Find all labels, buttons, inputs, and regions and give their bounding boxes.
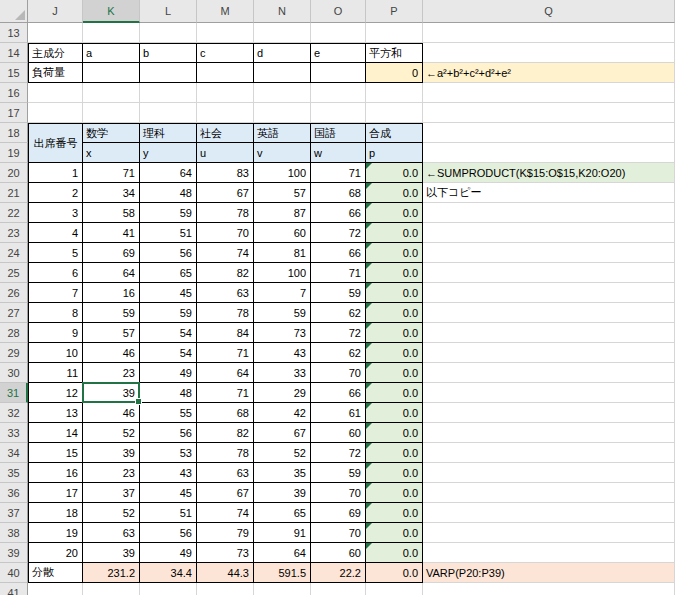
row-header-23[interactable]: 23 xyxy=(0,223,28,243)
cell-N13[interactable] xyxy=(254,23,311,43)
cell-P15[interactable]: 0 xyxy=(366,63,423,83)
cell-N27[interactable]: 59 xyxy=(254,303,311,323)
cell-N20[interactable]: 100 xyxy=(254,163,311,183)
cell-N17[interactable] xyxy=(254,103,311,123)
cell-O40[interactable]: 22.2 xyxy=(311,563,366,583)
cell-N25[interactable]: 100 xyxy=(254,263,311,283)
cell-O41[interactable] xyxy=(311,583,366,595)
row-header-37[interactable]: 37 xyxy=(0,503,28,523)
row-header-27[interactable]: 27 xyxy=(0,303,28,323)
col-header-L[interactable]: L xyxy=(140,0,197,23)
cell-L32[interactable]: 55 xyxy=(140,403,197,423)
cell-Q26[interactable] xyxy=(423,283,675,303)
cell-Q27[interactable] xyxy=(423,303,675,323)
cell-K17[interactable] xyxy=(83,103,140,123)
cell-L22[interactable]: 59 xyxy=(140,203,197,223)
row-header-15[interactable]: 15 xyxy=(0,63,28,83)
cell-P17[interactable] xyxy=(366,103,423,123)
cell-K16[interactable] xyxy=(83,83,140,103)
cell-L26[interactable]: 45 xyxy=(140,283,197,303)
cell-J26[interactable]: 7 xyxy=(28,283,83,303)
cell-K20[interactable]: 71 xyxy=(83,163,140,183)
cell-M18[interactable]: 社会 xyxy=(197,123,254,143)
cell-M14[interactable]: c xyxy=(197,43,254,63)
cell-P40[interactable]: 0.0 xyxy=(366,563,423,583)
row-header-39[interactable]: 39 xyxy=(0,543,28,563)
cell-M31[interactable]: 71 xyxy=(197,383,254,403)
cell-N15[interactable] xyxy=(254,63,311,83)
cell-J20[interactable]: 1 xyxy=(28,163,83,183)
cell-K34[interactable]: 39 xyxy=(83,443,140,463)
cell-N39[interactable]: 64 xyxy=(254,543,311,563)
cell-J32[interactable]: 13 xyxy=(28,403,83,423)
cell-J40[interactable]: 分散 xyxy=(28,563,83,583)
cell-N19[interactable]: v xyxy=(254,143,311,163)
col-header-M[interactable]: M xyxy=(197,0,254,23)
cell-M28[interactable]: 84 xyxy=(197,323,254,343)
cell-P39[interactable]: 0.0 xyxy=(366,543,423,563)
cell-P36[interactable]: 0.0 xyxy=(366,483,423,503)
cell-O24[interactable]: 66 xyxy=(311,243,366,263)
cell-P26[interactable]: 0.0 xyxy=(366,283,423,303)
cell-L29[interactable]: 54 xyxy=(140,343,197,363)
cell-M32[interactable]: 68 xyxy=(197,403,254,423)
cell-N36[interactable]: 39 xyxy=(254,483,311,503)
cell-O15[interactable] xyxy=(311,63,366,83)
cell-Q39[interactable] xyxy=(423,543,675,563)
cell-O33[interactable]: 60 xyxy=(311,423,366,443)
cell-N26[interactable]: 7 xyxy=(254,283,311,303)
cell-O20[interactable]: 71 xyxy=(311,163,366,183)
cell-M25[interactable]: 82 xyxy=(197,263,254,283)
cell-N23[interactable]: 60 xyxy=(254,223,311,243)
cell-L40[interactable]: 34.4 xyxy=(140,563,197,583)
cell-Q33[interactable] xyxy=(423,423,675,443)
cell-N31[interactable]: 29 xyxy=(254,383,311,403)
cell-M19[interactable]: u xyxy=(197,143,254,163)
cell-J34[interactable]: 15 xyxy=(28,443,83,463)
cell-K14[interactable]: a xyxy=(83,43,140,63)
formula-note-row-40[interactable]: VARP(P20:P39) xyxy=(423,563,675,583)
cell-L35[interactable]: 43 xyxy=(140,463,197,483)
cell-L39[interactable]: 49 xyxy=(140,543,197,563)
cell-P37[interactable]: 0.0 xyxy=(366,503,423,523)
cell-O25[interactable]: 71 xyxy=(311,263,366,283)
cell-K22[interactable]: 58 xyxy=(83,203,140,223)
cell-N21[interactable]: 57 xyxy=(254,183,311,203)
cell-Q17[interactable] xyxy=(423,103,675,123)
row-header-25[interactable]: 25 xyxy=(0,263,28,283)
row-header-36[interactable]: 36 xyxy=(0,483,28,503)
cell-N24[interactable]: 81 xyxy=(254,243,311,263)
cell-P41[interactable] xyxy=(366,583,423,595)
cell-Q13[interactable] xyxy=(423,23,675,43)
cell-L17[interactable] xyxy=(140,103,197,123)
cell-Q22[interactable] xyxy=(423,203,675,223)
cell-J22[interactable]: 3 xyxy=(28,203,83,223)
cell-P38[interactable]: 0.0 xyxy=(366,523,423,543)
row-header-40[interactable]: 40 xyxy=(0,563,28,583)
cell-L28[interactable]: 54 xyxy=(140,323,197,343)
cell-N38[interactable]: 91 xyxy=(254,523,311,543)
cell-L34[interactable]: 53 xyxy=(140,443,197,463)
cell-J31[interactable]: 12 xyxy=(28,383,83,403)
cell-M36[interactable]: 67 xyxy=(197,483,254,503)
active-cell-K31[interactable]: 39 xyxy=(83,383,140,403)
cell-O23[interactable]: 72 xyxy=(311,223,366,243)
cell-P27[interactable]: 0.0 xyxy=(366,303,423,323)
formula-note-row-21[interactable]: 以下コピー xyxy=(423,183,675,203)
row-header-22[interactable]: 22 xyxy=(0,203,28,223)
cell-O38[interactable]: 70 xyxy=(311,523,366,543)
cell-O36[interactable]: 70 xyxy=(311,483,366,503)
cell-K28[interactable]: 57 xyxy=(83,323,140,343)
cell-M27[interactable]: 78 xyxy=(197,303,254,323)
cell-K30[interactable]: 23 xyxy=(83,363,140,383)
row-header-30[interactable]: 30 xyxy=(0,363,28,383)
row-header-34[interactable]: 34 xyxy=(0,443,28,463)
cell-P19[interactable]: p xyxy=(366,143,423,163)
cell-O14[interactable]: e xyxy=(311,43,366,63)
cell-K36[interactable]: 37 xyxy=(83,483,140,503)
cell-O28[interactable]: 72 xyxy=(311,323,366,343)
cell-N40[interactable]: 591.5 xyxy=(254,563,311,583)
cell-K40[interactable]: 231.2 xyxy=(83,563,140,583)
cell-J29[interactable]: 10 xyxy=(28,343,83,363)
cell-M22[interactable]: 78 xyxy=(197,203,254,223)
